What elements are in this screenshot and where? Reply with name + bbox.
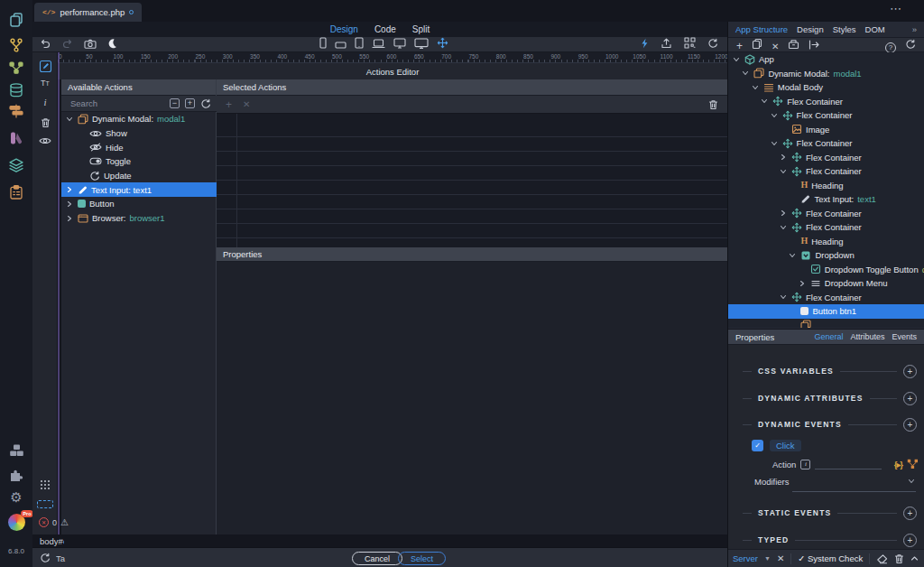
tree-row[interactable]: Dropdown xyxy=(728,248,924,263)
select-button[interactable]: Select xyxy=(398,552,446,565)
tree-row[interactable]: Text Input:text1 xyxy=(728,192,924,207)
device-desktop-large[interactable] xyxy=(414,36,429,52)
device-phone[interactable] xyxy=(319,36,327,52)
tree-row[interactable]: App xyxy=(728,52,924,67)
tree-row[interactable]: Button xyxy=(61,197,217,211)
tree-row[interactable]: Flex Container xyxy=(728,291,924,305)
chevron-down-icon[interactable] xyxy=(779,293,788,301)
tree-row[interactable]: Flex Container xyxy=(728,207,924,221)
rail-layers[interactable] xyxy=(0,157,32,173)
add-css-variable-button[interactable]: + xyxy=(903,365,917,378)
chevron-right-icon[interactable] xyxy=(779,153,788,161)
refresh-icon[interactable] xyxy=(200,98,211,109)
modifiers-row[interactable]: Modifiers xyxy=(754,475,915,488)
add-typed-button[interactable]: + xyxy=(903,534,917,547)
device-responsive[interactable] xyxy=(437,36,448,52)
properties-tab-attributes[interactable]: Attributes xyxy=(850,332,884,341)
tree-row[interactable]: Dynamic Modal:modal1 xyxy=(728,67,924,81)
tree-row[interactable]: Flex Container xyxy=(728,151,924,165)
chevron-down-icon[interactable] xyxy=(760,98,769,105)
panel-tab-dom[interactable]: DOM xyxy=(865,24,885,34)
remove-action-button[interactable]: ✕ xyxy=(243,100,250,109)
rail-git[interactable] xyxy=(0,37,32,53)
rail-database[interactable] xyxy=(0,82,32,98)
device-laptop[interactable] xyxy=(372,36,385,52)
tree-row[interactable]: Image xyxy=(728,123,924,137)
rail-packages[interactable] xyxy=(0,443,32,458)
server-selector[interactable]: Server xyxy=(733,553,758,563)
rail-extensions[interactable] xyxy=(0,468,32,482)
add-action-button[interactable]: + xyxy=(226,99,232,110)
rail-pages[interactable] xyxy=(0,12,32,28)
toolrail-trash[interactable] xyxy=(32,117,58,128)
tree-row[interactable]: Flex Container xyxy=(728,164,924,179)
tree-row[interactable]: Update xyxy=(61,169,217,183)
view-tab-design[interactable]: Design xyxy=(330,24,358,34)
data-picker-icon[interactable]: {▸} xyxy=(894,460,902,469)
structure-help[interactable]: ? xyxy=(885,37,896,53)
tree-row[interactable]: Text Input: text1 xyxy=(61,182,217,197)
structure-insert[interactable] xyxy=(808,37,820,53)
chevron-right-icon[interactable] xyxy=(65,215,74,222)
chevron-right-icon[interactable] xyxy=(798,280,807,287)
chevron-right-icon[interactable] xyxy=(779,209,788,217)
rail-workflows[interactable] xyxy=(0,60,32,76)
tree-row[interactable]: Button btn1 xyxy=(728,304,924,319)
toolrail-grid[interactable] xyxy=(32,479,58,490)
chevron-down-icon[interactable] xyxy=(65,116,74,123)
tree-row[interactable]: Browser:browser1 xyxy=(61,211,217,226)
tree-row[interactable]: Toggle xyxy=(61,154,217,169)
toolbar-redo[interactable] xyxy=(61,36,74,52)
tree-row[interactable]: Hide xyxy=(61,140,217,154)
chevron-down-icon[interactable] xyxy=(770,140,779,147)
chevron-down-icon[interactable] xyxy=(779,224,788,231)
add-dynamic-event-button[interactable]: + xyxy=(903,418,917,432)
more-menu[interactable]: ⋯ xyxy=(890,2,902,15)
chevron-down-icon[interactable] xyxy=(732,56,741,63)
chevron-down-icon[interactable] xyxy=(741,70,750,77)
flow-editor-icon[interactable] xyxy=(907,459,919,469)
toolbar-theme[interactable] xyxy=(106,36,117,52)
chevron-up-icon[interactable] xyxy=(910,554,919,562)
panel-tab-styles[interactable]: Styles xyxy=(833,24,856,34)
cancel-button[interactable]: Cancel xyxy=(352,552,402,565)
tree-row[interactable]: Modal Body xyxy=(728,80,924,95)
properties-tab-events[interactable]: Events xyxy=(892,332,917,341)
toolbar-qr[interactable] xyxy=(684,36,696,52)
trash-icon[interactable] xyxy=(708,99,718,110)
device-tablet[interactable] xyxy=(355,36,364,52)
toolrail-eye[interactable] xyxy=(32,136,58,145)
tree-row[interactable]: HHeading xyxy=(728,179,924,193)
device-desktop[interactable] xyxy=(393,36,406,52)
rail-logo[interactable]: Pro xyxy=(0,514,32,531)
properties-tab-general[interactable]: General xyxy=(814,332,843,341)
tree-row[interactable]: Dynamic Modal:modal1 xyxy=(61,112,217,126)
rail-styles[interactable] xyxy=(0,130,32,146)
rail-routing[interactable] xyxy=(0,103,32,119)
toolbar-undo[interactable] xyxy=(39,36,51,52)
structure-add[interactable]: + xyxy=(736,37,743,53)
toolrail-typography[interactable]: TT xyxy=(32,79,58,88)
rail-settings[interactable]: ⚙ xyxy=(0,490,32,504)
toolrail-info[interactable]: i xyxy=(32,98,58,107)
refresh-icon[interactable] xyxy=(40,553,51,563)
chevron-right-icon[interactable] xyxy=(65,186,74,193)
tree-row[interactable]: Dropdown Toggle Buttondropdown xyxy=(728,263,924,277)
breadcrumb[interactable]: body#c xyxy=(40,536,64,546)
eraser-icon[interactable] xyxy=(876,553,888,564)
structure-refresh[interactable] xyxy=(905,37,916,53)
device-phone-landscape[interactable] xyxy=(335,36,346,52)
view-tab-split[interactable]: Split xyxy=(412,24,430,34)
click-checkbox[interactable]: ✓ xyxy=(752,440,763,451)
tree-row[interactable]: Flex Container xyxy=(728,220,924,235)
tabs-overflow[interactable]: » xyxy=(912,24,917,34)
search-input[interactable] xyxy=(69,98,164,109)
chevron-down-icon[interactable] xyxy=(770,112,779,119)
toolbar-bolt[interactable] xyxy=(640,36,649,52)
file-tab[interactable]: </> performance.php xyxy=(34,3,142,22)
trash-icon[interactable] xyxy=(894,553,904,564)
toolrail-selection[interactable] xyxy=(32,500,58,508)
chevron-down-icon[interactable] xyxy=(779,168,788,175)
chevron-down-icon[interactable] xyxy=(751,84,760,91)
caret-down-icon[interactable]: ▼ xyxy=(764,555,771,562)
